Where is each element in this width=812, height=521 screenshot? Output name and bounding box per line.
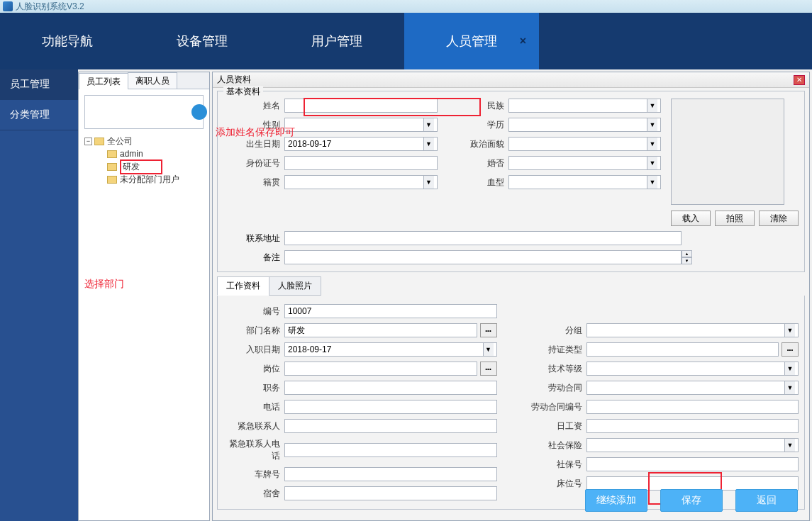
collapse-icon[interactable]: −: [84, 138, 92, 145]
nav-function[interactable]: 功能导航: [0, 13, 135, 69]
addr-input[interactable]: [284, 231, 682, 245]
level-select[interactable]: ▼: [586, 362, 799, 376]
chevron-down-icon: ▼: [647, 157, 657, 169]
app-logo-icon: [3, 1, 13, 11]
left-sidebar: 员工管理 分类管理: [0, 69, 78, 521]
chevron-down-icon: ▼: [784, 362, 795, 375]
folder-icon: [94, 138, 104, 145]
chevron-down-icon: ▼: [784, 439, 795, 452]
continue-add-button[interactable]: 继续添加: [585, 489, 647, 512]
photo-load-button[interactable]: 载入: [671, 211, 711, 226]
chevron-down-icon: ▼: [784, 381, 795, 394]
tree-child-admin[interactable]: admin: [84, 147, 204, 160]
contact-input[interactable]: [284, 419, 497, 433]
annotation-select-dept: 选择部门: [84, 278, 124, 291]
dorm-input[interactable]: [284, 486, 497, 500]
birth-date[interactable]: 2018-09-17▼: [284, 137, 438, 151]
chevron-down-icon: ▼: [423, 176, 434, 189]
origin-select[interactable]: ▼: [284, 175, 438, 189]
chevron-down-icon: ▼: [483, 343, 494, 356]
subtab-face[interactable]: 人脸照片: [269, 276, 321, 296]
photo-clear-button[interactable]: 清除: [759, 211, 799, 226]
tree-child-rd[interactable]: 研发: [84, 160, 204, 173]
chevron-down-icon: ▼: [647, 99, 657, 112]
tree-search[interactable]: [84, 95, 204, 129]
save-button[interactable]: 保存: [660, 489, 723, 512]
hire-date[interactable]: 2018-09-17▼: [284, 342, 497, 357]
back-button[interactable]: 返回: [735, 489, 798, 512]
dialog-title: 人员资料: [217, 74, 251, 86]
post-input[interactable]: [284, 362, 477, 376]
marry-select[interactable]: ▼: [508, 156, 662, 170]
dialog-close-icon[interactable]: ✕: [794, 75, 805, 85]
folder-icon: [107, 176, 117, 184]
daypay-input[interactable]: [586, 419, 799, 433]
group-select[interactable]: ▼: [586, 323, 799, 337]
chevron-down-icon: ▼: [647, 118, 657, 131]
tel-input[interactable]: [284, 400, 497, 414]
socialno-input[interactable]: [586, 457, 799, 471]
name-input[interactable]: [284, 99, 438, 113]
blood-select[interactable]: ▼: [508, 175, 662, 189]
close-icon[interactable]: ×: [520, 35, 526, 47]
tree-child-unassigned[interactable]: 未分配部门用户: [84, 173, 204, 186]
sidebar-item-category[interactable]: 分类管理: [0, 100, 78, 130]
nation-select[interactable]: ▼: [508, 99, 662, 113]
dialog-titlebar: 人员资料 ✕: [213, 72, 809, 88]
work-panel: 编号 部门名称••• 入职日期2018-09-17▼ 岗位••• 职务 电话 紧…: [217, 296, 805, 510]
social-select[interactable]: ▼: [586, 438, 799, 452]
top-nav: 功能导航 设备管理 用户管理 人员管理 ×: [0, 13, 812, 69]
chevron-down-icon: ▼: [647, 138, 657, 150]
photo-capture-button[interactable]: 拍照: [715, 211, 755, 226]
search-icon[interactable]: [191, 104, 207, 120]
tab-resigned[interactable]: 离职人员: [128, 72, 177, 89]
idno-input[interactable]: [284, 156, 438, 170]
bed-input[interactable]: [586, 476, 799, 491]
tree-panel: 员工列表 离职人员 − 全公司 admin 研发: [78, 72, 210, 521]
basic-info-title: 基本资料: [223, 86, 263, 98]
nav-user[interactable]: 用户管理: [269, 13, 404, 69]
remark-spin[interactable]: ▲▼: [682, 250, 692, 264]
remark-input[interactable]: [284, 250, 682, 264]
person-dialog: 人员资料 ✕ 基本资料 姓名 性别▼ 出生日期2018-09-17▼ 身份证号 …: [212, 72, 810, 521]
car-input[interactable]: [284, 467, 497, 481]
photo-preview: [671, 99, 784, 205]
post-browse-button[interactable]: •••: [480, 362, 497, 376]
folder-icon: [107, 150, 117, 158]
politic-select[interactable]: ▼: [508, 137, 662, 151]
tree-root[interactable]: − 全公司: [84, 135, 204, 147]
gender-select[interactable]: ▼: [284, 118, 438, 132]
dept-input[interactable]: [284, 323, 477, 337]
duty-input[interactable]: [284, 381, 497, 395]
laborno-input[interactable]: [586, 400, 799, 414]
contact-tel-input[interactable]: [284, 443, 497, 457]
window-title: 人脸识别系统V3.2: [16, 1, 84, 13]
annotation-add-name: 添加姓名保存即可: [216, 126, 295, 139]
window-titlebar: 人脸识别系统V3.2: [0, 0, 812, 13]
cert-input[interactable]: [586, 342, 779, 357]
tab-staff-list[interactable]: 员工列表: [79, 73, 128, 89]
nav-device[interactable]: 设备管理: [135, 13, 269, 69]
nav-person[interactable]: 人员管理 ×: [404, 13, 539, 69]
dept-tree: − 全公司 admin 研发 未分配部门用户: [84, 135, 204, 186]
dept-browse-button[interactable]: •••: [480, 323, 497, 337]
no-input[interactable]: [284, 304, 497, 318]
cert-browse-button[interactable]: •••: [782, 342, 799, 357]
chevron-down-icon: ▼: [423, 118, 434, 131]
basic-info-group: 基本资料 姓名 性别▼ 出生日期2018-09-17▼ 身份证号 籍贯▼ 民族▼…: [217, 91, 805, 272]
edu-select[interactable]: ▼: [508, 118, 662, 132]
folder-icon: [107, 163, 117, 171]
labor-select[interactable]: ▼: [586, 381, 799, 395]
chevron-down-icon: ▼: [784, 324, 795, 337]
subtab-work[interactable]: 工作资料: [217, 276, 269, 296]
sidebar-item-staff[interactable]: 员工管理: [0, 69, 78, 100]
chevron-down-icon: ▼: [423, 138, 434, 150]
chevron-down-icon: ▼: [647, 176, 657, 189]
